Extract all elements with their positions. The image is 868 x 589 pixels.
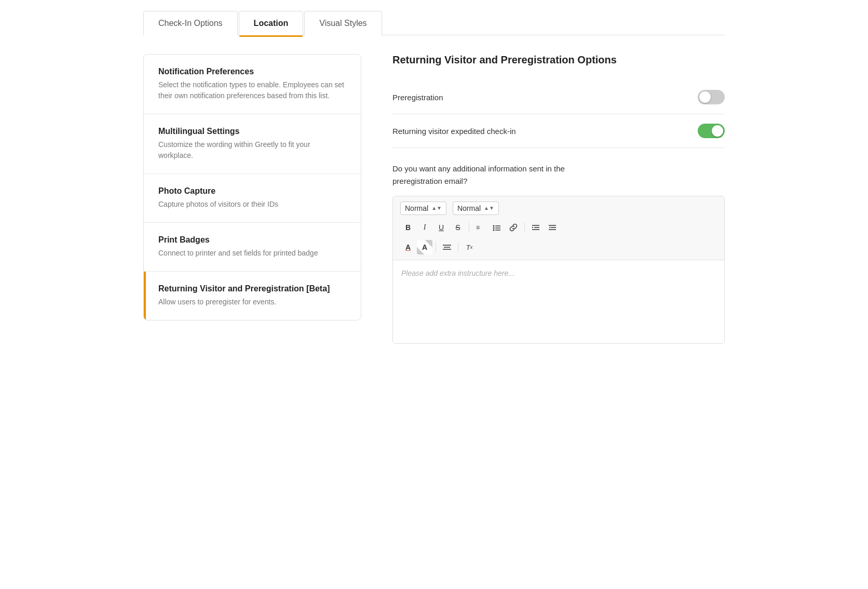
settings-item-notification-preferences[interactable]: Notification Preferences Select the noti… — [144, 55, 361, 114]
returning-visitor-expedited-row: Returning visitor expedited check-in — [392, 114, 725, 148]
chevron-updown-icon: ▲▼ — [431, 206, 442, 211]
photo-capture-desc: Capture photos of visitors or their IDs — [158, 199, 346, 210]
tabs-container: Check-In Options Location Visual Styles — [143, 10, 725, 35]
print-badges-desc: Connect to printer and set fields for pr… — [158, 248, 346, 259]
editor-toolbar: Normal ▲▼ Normal ▲▼ B I U S — [393, 196, 724, 260]
svg-text:≡: ≡ — [476, 224, 480, 231]
link-button[interactable] — [506, 220, 521, 235]
notification-preferences-desc: Select the notification types to enable.… — [158, 79, 346, 101]
tab-check-in-options[interactable]: Check-In Options — [143, 11, 238, 35]
svg-point-5 — [493, 230, 495, 231]
format-select-2-value: Normal — [457, 204, 481, 212]
toolbar-separator-3 — [436, 242, 436, 252]
photo-capture-title: Photo Capture — [158, 186, 346, 196]
editor-body[interactable]: Please add extra instructure here... — [393, 260, 724, 343]
returning-visitor-desc: Allow users to preregister for events. — [158, 297, 346, 307]
rich-text-editor[interactable]: Normal ▲▼ Normal ▲▼ B I U S — [392, 196, 725, 344]
preregistration-slider — [698, 90, 725, 104]
additional-info-question: Do you want any additional information s… — [392, 163, 725, 188]
left-panel: Notification Preferences Select the noti… — [143, 54, 361, 344]
main-content: Notification Preferences Select the noti… — [143, 54, 725, 344]
toolbar-row-2: A A Tx — [400, 240, 717, 255]
returning-visitor-title: Returning Visitor and Preregistration [B… — [158, 284, 346, 293]
settings-item-returning-visitor[interactable]: Returning Visitor and Preregistration [B… — [144, 272, 361, 320]
multilingual-title: Multilingual Settings — [158, 127, 346, 136]
multilingual-desc: Customize the wording within Greetly to … — [158, 139, 346, 161]
bold-button[interactable]: B — [400, 220, 416, 235]
preregistration-row: Preregistration — [392, 81, 725, 114]
svg-point-1 — [493, 225, 495, 227]
ordered-list-button[interactable]: ≡ — [472, 220, 488, 235]
font-highlight-button[interactable]: A — [417, 240, 432, 255]
returning-visitor-expedited-label: Returning visitor expedited check-in — [392, 127, 516, 136]
settings-item-multilingual[interactable]: Multilingual Settings Customize the word… — [144, 114, 361, 174]
unordered-list-button[interactable] — [489, 220, 505, 235]
format-select-2[interactable]: Normal ▲▼ — [453, 202, 499, 215]
tab-visual-styles[interactable]: Visual Styles — [304, 11, 382, 35]
toolbar-row-1: B I U S ≡ — [400, 220, 717, 235]
editor-placeholder: Please add extra instructure here... — [401, 269, 514, 277]
right-panel-title: Returning Visitor and Preregistration Op… — [392, 54, 725, 66]
format-select-1-value: Normal — [405, 204, 428, 212]
returning-visitor-expedited-toggle[interactable] — [698, 124, 725, 138]
preregistration-label: Preregistration — [392, 93, 443, 102]
preregistration-toggle[interactable] — [698, 90, 725, 104]
format-select-1[interactable]: Normal ▲▼ — [400, 202, 446, 215]
toolbar-separator-4 — [458, 242, 458, 252]
underline-button[interactable]: U — [433, 220, 449, 235]
settings-item-print-badges[interactable]: Print Badges Connect to printer and set … — [144, 223, 361, 272]
toolbar-separator-2 — [524, 222, 525, 233]
notification-preferences-title: Notification Preferences — [158, 67, 346, 76]
font-color-button[interactable]: A — [400, 240, 416, 255]
indent-increase-button[interactable] — [528, 220, 544, 235]
indent-decrease-button[interactable] — [545, 220, 560, 235]
print-badges-title: Print Badges — [158, 235, 346, 245]
additional-info-section: Do you want any additional information s… — [392, 163, 725, 188]
align-button[interactable] — [439, 240, 455, 255]
svg-point-3 — [493, 227, 495, 229]
chevron-updown-icon-2: ▲▼ — [484, 206, 494, 211]
toolbar-top-row: Normal ▲▼ Normal ▲▼ — [400, 202, 503, 215]
strikethrough-button[interactable]: S — [450, 220, 466, 235]
settings-item-photo-capture[interactable]: Photo Capture Capture photos of visitors… — [144, 174, 361, 223]
settings-card: Notification Preferences Select the noti… — [143, 54, 361, 320]
returning-visitor-expedited-slider — [698, 124, 725, 138]
tab-location[interactable]: Location — [239, 11, 304, 35]
clear-format-button[interactable]: Tx — [462, 240, 477, 255]
right-panel: Returning Visitor and Preregistration Op… — [392, 54, 725, 344]
toolbar-separator-1 — [469, 222, 469, 233]
italic-button[interactable]: I — [417, 220, 432, 235]
